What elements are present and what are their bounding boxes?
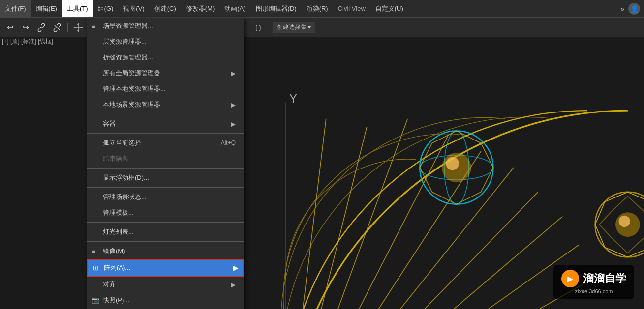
menu-snapshot[interactable]: 📷 快照(P)... [87, 292, 244, 308]
show-float-label: 显示浮动框(D)... [103, 173, 149, 182]
menu-show-float[interactable]: 显示浮动框(D)... [87, 170, 244, 186]
array-label: 阵列(A)... [104, 263, 130, 272]
menu-manage-local[interactable]: 管理本地资源管理器... [87, 81, 244, 97]
menu-crease-manager[interactable]: 折缝资源管理器... [87, 50, 244, 65]
all-managers-arrow: ▶ [231, 70, 236, 77]
play-triangle: ▶ [567, 274, 573, 283]
isolate-shortcut: Alt+Q [221, 140, 236, 146]
menu-template[interactable]: 管理模板... [87, 205, 244, 221]
menu-bar-right: » 👤 [618, 3, 644, 15]
snapshot-icon: 📷 [92, 297, 99, 304]
create-select-button[interactable]: 创建选择集 ▾ [273, 22, 315, 33]
local-scene-label: 本地场景资源管理器 [103, 100, 160, 109]
toolbar-sep-4 [269, 23, 269, 32]
user-avatar-icon[interactable]: 👤 [628, 3, 640, 15]
menu-container[interactable]: 容器 ▶ [87, 116, 244, 132]
manage-local-label: 管理本地资源管理器... [103, 84, 166, 93]
watermark: ▶ 溜溜自学 zixue.3d66.com [553, 265, 634, 299]
sep-4 [87, 187, 244, 188]
menu-mirror[interactable]: ≡ 镜像(M) [87, 243, 244, 259]
isolate-label: 孤立当前选择 [103, 139, 141, 147]
unlink-button[interactable] [50, 21, 64, 34]
container-arrow: ▶ [231, 120, 236, 128]
sep-2 [87, 133, 244, 134]
toolbar-sep-1 [67, 23, 68, 32]
menu-end-isolate[interactable]: 结束隔离 [87, 151, 244, 167]
menu-group[interactable]: 组(G) [93, 0, 119, 17]
svg-line-0 [55, 25, 60, 30]
menu-tools[interactable]: 工具(T) [62, 0, 93, 17]
menu-align[interactable]: 对齐 ▶ [87, 277, 244, 292]
svg-point-41 [446, 157, 459, 170]
cursor-indicator: ▶ [233, 264, 239, 272]
array-icon: ⊞ [93, 264, 99, 272]
menu-modifier[interactable]: 修改器(M) [181, 0, 220, 17]
layer-manager-label: 层资源管理器... [103, 37, 147, 46]
menu-bar: 文件(F) 编辑(E) 工具(T) 组(G) 视图(V) 创建(C) 修改器(M… [0, 0, 644, 18]
menu-edit[interactable]: 编辑(E) [31, 0, 62, 17]
scene-state-label: 管理场景状态... [103, 193, 147, 201]
watermark-main-text: 溜溜自学 [583, 271, 626, 286]
undo-button[interactable]: ↩ [3, 21, 17, 34]
create-select-arrow: ▾ [308, 24, 311, 30]
sep-6 [87, 241, 244, 242]
svg-marker-5 [73, 27, 75, 28]
menu-scene-state[interactable]: 管理场景状态... [87, 189, 244, 205]
create-select-label: 创建选择集 [277, 24, 307, 30]
link-button[interactable] [34, 21, 48, 34]
link-icon [37, 23, 46, 32]
svg-marker-4 [77, 30, 79, 32]
mirror-icon: ≡ [92, 248, 95, 254]
menu-isolate[interactable]: 孤立当前选择 Alt+Q [87, 135, 244, 151]
menu-local-scene[interactable]: 本地场景资源管理器 ▶ [87, 97, 244, 112]
menu-render[interactable]: 渲染(R) [302, 0, 333, 17]
menu-view[interactable]: 视图(V) [118, 0, 149, 17]
move-button[interactable] [71, 21, 85, 34]
crease-manager-label: 折缝资源管理器... [103, 53, 153, 62]
sep-1 [87, 114, 244, 114]
menu-more-button[interactable]: » [618, 4, 626, 14]
menu-animation[interactable]: 动画(A) [219, 0, 250, 17]
svg-marker-6 [81, 27, 83, 28]
snapshot-label: 快照(P)... [103, 296, 129, 305]
menu-scene-manager[interactable]: ≡ 场景资源管理器... [87, 18, 244, 34]
svg-marker-3 [77, 23, 79, 25]
menu-graph-editor[interactable]: 图形编辑器(D) [251, 0, 302, 17]
watermark-top: ▶ 溜溜自学 [561, 270, 626, 287]
redo-button[interactable]: ↪ [19, 21, 32, 34]
menu-layer-manager[interactable]: 层资源管理器... [87, 34, 244, 50]
all-managers-label: 所有全局资源管理器 [103, 69, 160, 78]
sep-5 [87, 222, 244, 223]
align-label: 对齐 [103, 280, 116, 289]
container-label: 容器 [103, 119, 116, 128]
scene-manager-label: 场景资源管理器... [103, 22, 153, 30]
align-arrow: ▶ [231, 281, 236, 288]
menu-file[interactable]: 文件(F) [0, 0, 31, 17]
sep-3 [87, 168, 244, 169]
end-isolate-label: 结束隔离 [103, 154, 128, 163]
menu-civil-view[interactable]: Civil View [333, 0, 370, 17]
unlink-icon [53, 23, 61, 32]
svg-text:Y: Y [289, 92, 297, 105]
local-scene-arrow: ▶ [231, 101, 236, 109]
mirror-label: 镜像(M) [103, 247, 125, 255]
svg-point-44 [619, 216, 630, 227]
menu-customize[interactable]: 自定义(U) [370, 0, 408, 17]
move-icon [73, 22, 84, 33]
scene-manager-icon: ≡ [92, 23, 95, 29]
menu-all-managers[interactable]: 所有全局资源管理器 ▶ [87, 65, 244, 81]
light-list-label: 灯光列表... [103, 227, 134, 236]
tools-dropdown-menu: ≡ 场景资源管理器... 层资源管理器... 折缝资源管理器... 所有全局资源… [87, 18, 244, 309]
template-label: 管理模板... [103, 208, 134, 217]
watermark-sub-text: zixue.3d66.com [575, 288, 613, 294]
viewport-label: [+] [顶] [标准] [线框] [2, 37, 53, 46]
menu-array[interactable]: ⊞ 阵列(A)... ▶ [87, 259, 244, 277]
menu-light-list[interactable]: 灯光列表... [87, 224, 244, 240]
watermark-play-icon: ▶ [561, 270, 579, 287]
bracket-button[interactable]: { } [251, 21, 265, 34]
menu-create[interactable]: 创建(C) [150, 0, 181, 17]
